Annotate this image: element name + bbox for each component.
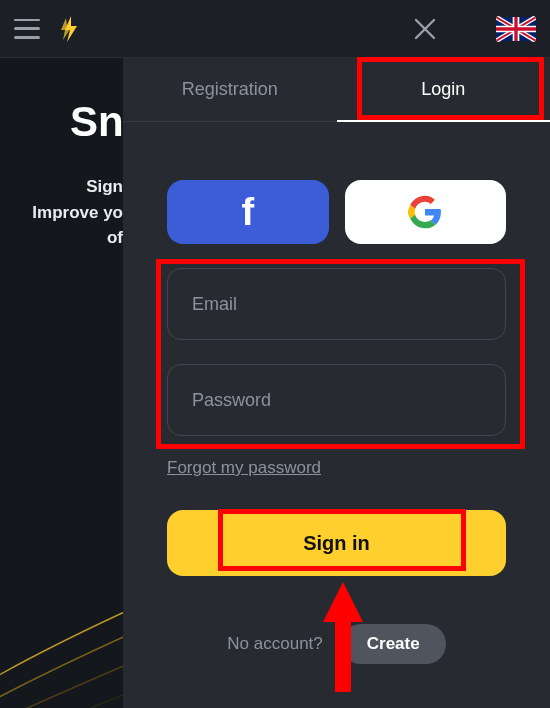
background-content: Sn Sign Improve yo of [0, 58, 123, 708]
menu-icon[interactable] [14, 19, 40, 39]
language-flag-uk[interactable] [496, 16, 536, 42]
tagline-fragment: Sign Improve yo of [0, 146, 123, 251]
password-field[interactable] [167, 364, 506, 436]
no-account-label: No account? [227, 634, 322, 654]
google-login-button[interactable] [345, 180, 507, 244]
create-account-button[interactable]: Create [341, 624, 446, 664]
tab-registration[interactable]: Registration [123, 58, 337, 122]
login-form [123, 244, 550, 436]
facebook-icon: f [241, 191, 254, 234]
page-title-fragment: Sn [0, 98, 123, 146]
auth-tabs: Registration Login [123, 58, 550, 122]
social-login-row: f [123, 122, 550, 244]
decorative-lines [0, 508, 123, 708]
tab-login[interactable]: Login [337, 58, 551, 122]
email-field[interactable] [167, 268, 506, 340]
close-icon[interactable] [414, 18, 436, 40]
brand-logo[interactable] [58, 14, 84, 44]
create-account-row: No account? Create [123, 576, 550, 664]
topbar [0, 0, 550, 58]
facebook-login-button[interactable]: f [167, 180, 329, 244]
google-icon [408, 195, 442, 229]
auth-panel: Registration Login f Forgot my password … [123, 58, 550, 708]
lightning-icon [58, 14, 84, 44]
signin-button[interactable]: Sign in [167, 510, 506, 576]
forgot-password-link[interactable]: Forgot my password [123, 436, 550, 478]
